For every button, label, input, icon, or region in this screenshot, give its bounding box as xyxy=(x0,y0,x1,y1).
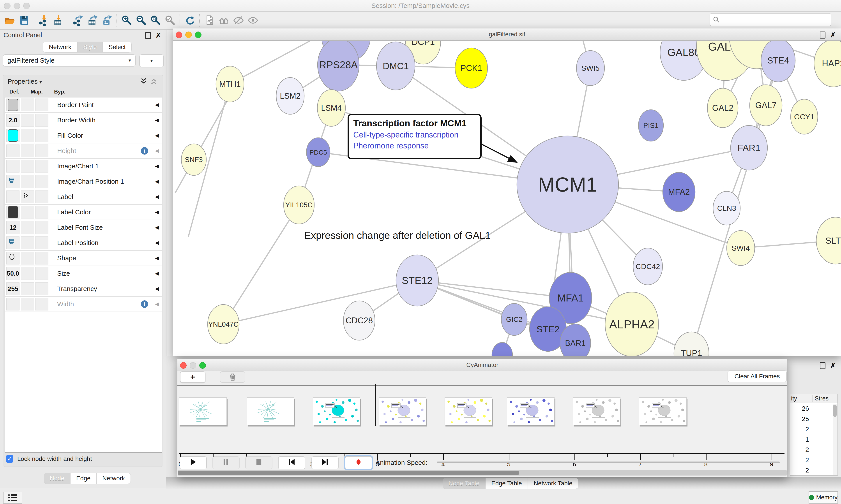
byp-cell[interactable] xyxy=(35,160,48,173)
node-hap2[interactable]: HAP2 xyxy=(814,41,841,87)
add-frame-button[interactable]: + xyxy=(180,371,205,383)
map-cell[interactable] xyxy=(21,129,34,142)
float-icon[interactable] xyxy=(820,362,825,369)
zoom-fit-button[interactable] xyxy=(148,14,163,28)
search-input[interactable] xyxy=(722,16,831,23)
properties-header[interactable]: Properties ▾ xyxy=(8,78,42,85)
frame-thumbnail-8[interactable] xyxy=(639,397,686,425)
def-cell[interactable]: 12 xyxy=(6,221,19,234)
frame-thumbnail-1[interactable] xyxy=(179,397,227,425)
def-cell[interactable] xyxy=(6,144,19,157)
property-row-fill-color[interactable]: Fill Color◀ xyxy=(5,128,162,143)
zoom-button[interactable] xyxy=(199,362,206,369)
stop-button[interactable] xyxy=(245,456,272,469)
expand-chevron-icon[interactable]: ◀ xyxy=(155,133,159,138)
clear-all-frames-button[interactable]: Clear All Frames xyxy=(728,371,787,382)
annotation-link-2[interactable]: Pheromone response xyxy=(353,141,476,150)
skip-start-button[interactable] xyxy=(278,456,305,469)
frame-thumbnail-4[interactable] xyxy=(379,397,426,425)
property-row-transparency[interactable]: 255Transparency◀ xyxy=(5,281,162,297)
annotation-link-1[interactable]: Cell-type-specific transcription xyxy=(353,130,476,140)
node-tup1[interactable]: TUP1 xyxy=(674,332,709,356)
app-minimize-button[interactable] xyxy=(14,3,20,9)
node-pdc5[interactable]: PDC5 xyxy=(306,138,330,167)
byp-cell[interactable] xyxy=(35,114,48,127)
column-divider[interactable] xyxy=(812,395,812,402)
property-row-image-chart-position-1[interactable]: Image/Chart Position 1◀ xyxy=(5,174,162,190)
zoom-button[interactable] xyxy=(195,32,201,38)
def-cell[interactable] xyxy=(6,298,19,310)
task-history-button[interactable] xyxy=(3,492,22,504)
export-image-button[interactable] xyxy=(100,14,114,28)
property-row-border-paint[interactable]: Border Paint◀ xyxy=(5,97,162,113)
ellipse-shape-icon[interactable] xyxy=(8,253,17,263)
node-gal2[interactable]: GAL2 xyxy=(708,88,738,128)
node-cdc28[interactable]: CDC28 xyxy=(343,301,375,340)
table-row[interactable]: 2 xyxy=(790,465,809,475)
node-mth1[interactable]: MTH1 xyxy=(216,66,244,102)
node-swi4[interactable]: SWI4 xyxy=(727,231,755,266)
expand-chevron-icon[interactable]: ◀ xyxy=(155,163,159,169)
close-icon[interactable]: ✗ xyxy=(830,363,836,368)
node-yil105c[interactable]: YIL105C xyxy=(284,186,314,224)
map-cell[interactable] xyxy=(21,221,34,234)
tab-edge[interactable]: Edge xyxy=(70,473,96,484)
minimize-button[interactable] xyxy=(185,32,192,38)
node-cdc42[interactable]: CDC42 xyxy=(633,248,662,285)
node-unlabeled[interactable] xyxy=(492,342,513,356)
timeline-scrollbar[interactable] xyxy=(178,470,787,475)
property-row-label[interactable]: Label◀ xyxy=(5,190,162,205)
node-cln3[interactable]: CLN3 xyxy=(713,191,740,225)
node-dmc1[interactable]: DMC1 xyxy=(376,42,415,90)
node-slt2[interactable]: SLT2 xyxy=(816,217,841,264)
frame-thumbnail-7[interactable] xyxy=(573,397,621,425)
byp-cell[interactable] xyxy=(35,144,48,157)
map-cell[interactable] xyxy=(21,160,34,173)
tab-style[interactable]: Style xyxy=(77,41,103,53)
info-icon[interactable]: i xyxy=(141,147,148,155)
export-table-button[interactable] xyxy=(85,14,100,28)
tab-node[interactable]: Node xyxy=(44,473,70,484)
node-gal7[interactable]: GAL7 xyxy=(750,85,782,126)
node-gic2[interactable]: GIC2 xyxy=(501,303,527,336)
expand-chevron-icon[interactable]: ◀ xyxy=(155,179,159,184)
playhead[interactable] xyxy=(375,384,376,426)
network-edge[interactable] xyxy=(223,281,417,324)
def-cell[interactable]: 50.0 xyxy=(6,267,19,280)
close-icon[interactable]: ✗ xyxy=(156,33,161,38)
expand-chevron-icon[interactable]: ◀ xyxy=(155,102,159,108)
table-row[interactable]: 25 xyxy=(790,414,809,424)
expand-chevron-icon[interactable]: ◀ xyxy=(155,194,159,200)
expand-chevron-icon[interactable]: ◀ xyxy=(155,118,159,123)
node-alpha2[interactable]: ALPHA2 xyxy=(605,292,659,356)
node-snf3[interactable]: SNF3 xyxy=(181,144,206,175)
scrollbar-thumb[interactable] xyxy=(833,404,837,417)
import-network-button[interactable] xyxy=(37,14,51,28)
frame-thumbnail-2[interactable] xyxy=(247,397,294,425)
property-row-width[interactable]: Widthi◀ xyxy=(5,297,162,312)
default-value[interactable]: 2.0 xyxy=(8,117,17,124)
node-pck1[interactable]: PCK1 xyxy=(455,48,487,88)
default-swatch[interactable] xyxy=(8,206,18,218)
byp-cell[interactable] xyxy=(35,129,48,142)
expand-chevron-icon[interactable]: ◀ xyxy=(155,148,159,154)
map-cell[interactable] xyxy=(21,175,34,188)
node-far1[interactable]: FAR1 xyxy=(731,125,767,170)
column-header-stress[interactable]: Stres xyxy=(815,395,828,402)
map-cell[interactable] xyxy=(21,252,34,265)
mapping-icon[interactable] xyxy=(23,192,32,201)
def-cell[interactable] xyxy=(6,236,19,249)
zoom-in-button[interactable] xyxy=(120,14,134,28)
expand-chevron-icon[interactable]: ◀ xyxy=(155,209,159,215)
table-row[interactable]: 2 xyxy=(790,445,809,455)
animation-speed-slider[interactable] xyxy=(437,462,780,463)
node-rps28a[interactable]: RPS28A xyxy=(318,41,359,91)
apply-layout-button[interactable] xyxy=(183,14,197,28)
first-neighbors-button[interactable] xyxy=(217,14,231,28)
map-cell[interactable] xyxy=(21,144,34,157)
expand-chevron-icon[interactable]: ◀ xyxy=(155,240,159,246)
byp-cell[interactable] xyxy=(35,98,48,111)
node-ste12[interactable]: STE12 xyxy=(396,255,439,306)
map-cell[interactable] xyxy=(21,206,34,218)
default-value[interactable]: 255 xyxy=(8,285,18,292)
